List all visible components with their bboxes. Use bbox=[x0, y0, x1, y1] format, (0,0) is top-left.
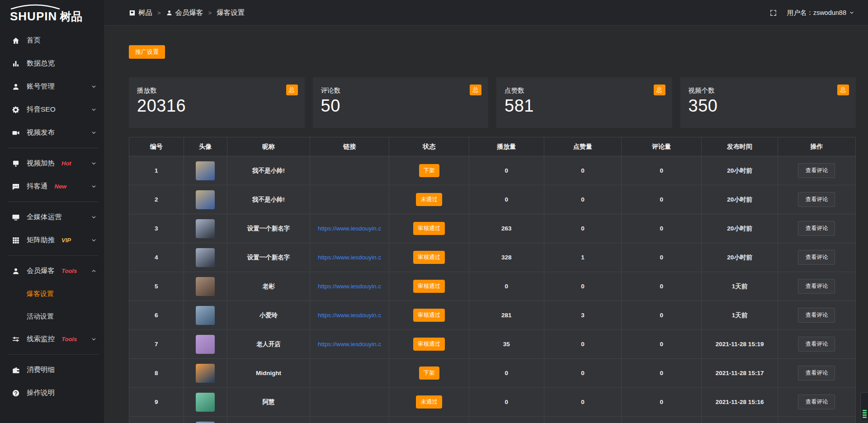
sidebar: SHUPIN树品 首页数据总览账号管理抖音SEO视频发布视频加热Hot抖客通Ne… bbox=[0, 0, 104, 423]
sidebar-item-账号管理[interactable]: 账号管理 bbox=[0, 75, 104, 98]
cell-status: 审核通过 bbox=[389, 272, 469, 301]
status-badge: 审核通过 bbox=[413, 280, 445, 293]
sidebar-item-label: 矩阵助推 bbox=[27, 235, 55, 245]
column-header-链接: 链接 bbox=[310, 137, 389, 156]
cell-comments: 0 bbox=[622, 243, 702, 272]
home-icon bbox=[12, 37, 20, 45]
cell-plays: 0 bbox=[469, 272, 544, 301]
video-link[interactable]: https://www.iesdouyin.c bbox=[318, 312, 381, 319]
topbar-right: 用户名：zswodun88 bbox=[769, 9, 854, 17]
column-header-头像: 头像 bbox=[184, 137, 227, 156]
sidebar-item-视频发布[interactable]: 视频发布 bbox=[0, 121, 104, 144]
sidebar-item-数据总览[interactable]: 数据总览 bbox=[0, 52, 104, 75]
view-comments-button[interactable]: 查看评论 bbox=[798, 366, 835, 381]
cell-time: 2021-11-28 15:17 bbox=[702, 359, 778, 388]
app: SHUPIN树品 首页数据总览账号管理抖音SEO视频发布视频加热Hot抖客通Ne… bbox=[0, 0, 868, 423]
view-comments-button[interactable]: 查看评论 bbox=[798, 163, 835, 178]
view-comments-button[interactable]: 查看评论 bbox=[798, 192, 835, 207]
cell-link bbox=[310, 185, 389, 214]
menu-divider bbox=[8, 202, 99, 202]
cell-id: 8 bbox=[129, 359, 184, 388]
sidebar-item-label: 消费明细 bbox=[27, 365, 55, 375]
cell-time: 20小时前 bbox=[702, 156, 778, 185]
table-row: 5老彬https://www.iesdouyin.c审核通过0001天前查看评论 bbox=[129, 272, 856, 301]
view-comments-button[interactable]: 查看评论 bbox=[798, 337, 835, 352]
cell-comments: 0 bbox=[622, 156, 702, 185]
stat-label: 评论数 bbox=[321, 86, 481, 95]
status-badge: 审核通过 bbox=[413, 251, 445, 264]
cell-status: 审核通过 bbox=[389, 243, 469, 272]
table-header-row: 编号头像昵称链接状态播放量点赞量评论量发布时间操作 bbox=[129, 137, 856, 156]
cell-avatar bbox=[184, 185, 227, 214]
video-link[interactable]: https://www.iesdouyin.c bbox=[318, 225, 381, 232]
breadcrumb-separator: > bbox=[208, 9, 212, 16]
cell-action: 查看评论 bbox=[778, 301, 855, 330]
cell-nickname: 设置一个新名字 bbox=[227, 243, 310, 272]
comment-icon bbox=[12, 183, 20, 191]
promo-settings-button[interactable]: 推广设置 bbox=[129, 45, 165, 59]
video-link[interactable]: https://www.iesdouyin.c bbox=[318, 341, 381, 348]
sidebar-item-全媒体运营[interactable]: 全媒体运营 bbox=[0, 206, 104, 229]
sidebar-item-抖音SEO[interactable]: 抖音SEO bbox=[0, 98, 104, 121]
cell-avatar bbox=[184, 417, 227, 423]
cell-time: 1天前 bbox=[702, 272, 778, 301]
sidebar-item-label: 会员爆客 bbox=[27, 266, 55, 276]
view-comments-button[interactable]: 查看评论 bbox=[798, 250, 835, 265]
avatar bbox=[196, 422, 215, 423]
view-comments-button[interactable]: 查看评论 bbox=[798, 395, 835, 409]
video-link[interactable]: https://www.iesdouyin.c bbox=[318, 254, 381, 261]
sidebar-item-矩阵助推[interactable]: 矩阵助推VIP bbox=[0, 229, 104, 252]
cell-time: 2021-11-28 15:19 bbox=[702, 330, 778, 359]
monitor-icon bbox=[12, 213, 20, 221]
sidebar-item-操作说明[interactable]: 操作说明 bbox=[0, 381, 104, 404]
question-icon bbox=[12, 389, 20, 397]
cell-action: 查看评论 bbox=[778, 272, 855, 301]
sidebar-item-消费明细[interactable]: 消费明细 bbox=[0, 358, 104, 381]
breadcrumb-item-app[interactable]: 树品 bbox=[129, 8, 152, 18]
table-row: 9阿慧未通过0002021-11-28 15:16查看评论 bbox=[129, 388, 856, 417]
cell-comments: 0 bbox=[622, 330, 702, 359]
cell-avatar bbox=[184, 359, 227, 388]
cell-plays: 263 bbox=[469, 214, 544, 243]
chart-icon bbox=[12, 60, 20, 68]
cell-likes: 3 bbox=[544, 301, 622, 330]
avatar bbox=[196, 277, 215, 296]
breadcrumb-item-section[interactable]: 会员爆客 bbox=[166, 8, 203, 18]
sidebar-item-首页[interactable]: 首页 bbox=[0, 29, 104, 52]
sidebar-item-线索监控[interactable]: 线索监控Tools bbox=[0, 328, 104, 351]
view-comments-button[interactable]: 查看评论 bbox=[798, 308, 835, 323]
menu-divider bbox=[8, 255, 99, 256]
chevron-down-icon bbox=[91, 84, 97, 89]
chevron-down-icon bbox=[91, 336, 97, 342]
content: 推广设置 播放数20316总评论数50总点赞数581总视频个数350总 编号头像… bbox=[104, 26, 868, 423]
stat-card-点赞数: 点赞数581总 bbox=[496, 77, 672, 128]
view-comments-button[interactable]: 查看评论 bbox=[798, 221, 835, 236]
wallet-icon bbox=[12, 366, 20, 374]
sidebar-item-抖客通[interactable]: 抖客通New bbox=[0, 175, 104, 198]
sidebar-item-label: 线索监控 bbox=[27, 334, 55, 344]
sidebar-item-视频加热[interactable]: 视频加热Hot bbox=[0, 152, 104, 175]
cell-id: 6 bbox=[129, 301, 184, 330]
cell-plays: 35 bbox=[469, 330, 544, 359]
cell-id: 2 bbox=[129, 185, 184, 214]
view-comments-button[interactable]: 查看评论 bbox=[798, 279, 835, 294]
status-badge: 审核通过 bbox=[413, 309, 445, 322]
cell-likes: 0 bbox=[544, 359, 622, 388]
brand-name-en: SHUPIN bbox=[10, 9, 57, 23]
floating-widget[interactable] bbox=[860, 392, 868, 421]
avatar bbox=[196, 248, 215, 267]
sidebar-subitem-活动设置[interactable]: 活动设置 bbox=[0, 305, 104, 328]
menu-divider bbox=[8, 148, 99, 148]
brand-logo: SHUPIN树品 bbox=[0, 0, 104, 28]
sidebar-item-会员爆客[interactable]: 会员爆客Tools bbox=[0, 259, 104, 282]
cell-status: 下架 bbox=[389, 359, 469, 388]
brand-name-cn: 树品 bbox=[60, 10, 82, 23]
fullscreen-icon[interactable] bbox=[769, 9, 777, 17]
cell-plays: 0 bbox=[469, 359, 544, 388]
cell-action: 查看评论 bbox=[778, 359, 855, 388]
status-badge: 下架 bbox=[419, 367, 439, 380]
user-menu[interactable]: 用户名：zswodun88 bbox=[787, 9, 854, 17]
sidebar-subitem-爆客设置[interactable]: 爆客设置 bbox=[0, 282, 104, 305]
cell-time: 1天前 bbox=[702, 301, 778, 330]
video-link[interactable]: https://www.iesdouyin.c bbox=[318, 283, 381, 290]
